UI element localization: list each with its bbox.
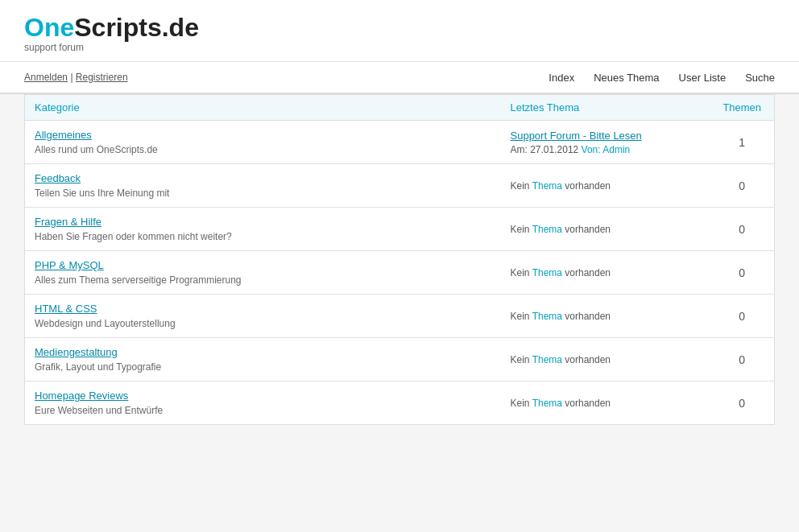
category-link-mediengestaltung[interactable]: Mediengestaltung: [35, 346, 491, 358]
nav-neues-thema[interactable]: Neues Thema: [594, 72, 659, 84]
latest-topic-cell-feedback: Kein Thema vorhanden: [501, 164, 710, 208]
navbar: Anmelden | Registrieren Index Neues Them…: [0, 62, 799, 94]
kein-thema-php-mysql: Kein Thema vorhanden: [511, 267, 611, 278]
logo-subtitle: support forum: [24, 42, 775, 53]
col-header-kategorie: Kategorie: [25, 95, 501, 121]
forum-table: Kategorie Letztes Thema Themen Allgemein…: [24, 94, 775, 425]
kein-thema-homepage-reviews: Kein Thema vorhanden: [511, 398, 611, 409]
themen-count-php-mysql: 0: [710, 251, 775, 295]
themen-count-fragen-hilfe: 0: [710, 208, 775, 251]
category-desc-html-css: Webdesign und Layouterstellung: [35, 318, 176, 329]
latest-topic-cell-homepage-reviews: Kein Thema vorhanden: [501, 381, 710, 425]
table-row: AllgemeinesAlles rund um OneScripts.deSu…: [25, 121, 775, 164]
themen-count-homepage-reviews: 0: [710, 381, 775, 425]
table-row: Fragen & HilfeHaben Sie Fragen oder komm…: [25, 208, 775, 251]
table-row: FeedbackTeilen Sie uns Ihre Meinung mitK…: [25, 164, 775, 208]
latest-topic-cell-allgemeines: Support Forum - Bitte LesenAm: 27.01.201…: [501, 121, 710, 164]
kein-thema-mediengestaltung: Kein Thema vorhanden: [511, 354, 611, 365]
themen-count-mediengestaltung: 0: [710, 338, 775, 381]
category-cell-allgemeines: AllgemeinesAlles rund um OneScripts.de: [25, 121, 501, 164]
col-header-letztes: Letztes Thema: [501, 95, 710, 121]
category-link-feedback[interactable]: Feedback: [35, 172, 491, 184]
nav-user-liste[interactable]: User Liste: [679, 72, 727, 84]
navbar-left: Anmelden | Registrieren: [24, 72, 128, 83]
themen-count-feedback: 0: [710, 164, 775, 208]
category-cell-html-css: HTML & CSSWebdesign und Layouterstellung: [25, 295, 501, 338]
latest-topic-cell-html-css: Kein Thema vorhanden: [501, 295, 710, 338]
category-link-php-mysql[interactable]: PHP & MySQL: [35, 259, 491, 271]
category-desc-feedback: Teilen Sie uns Ihre Meinung mit: [35, 188, 169, 199]
latest-topic-cell-fragen-hilfe: Kein Thema vorhanden: [501, 208, 710, 251]
table-row: HTML & CSSWebdesign und Layouterstellung…: [25, 295, 775, 338]
table-row: PHP & MySQLAlles zum Thema serverseitige…: [25, 251, 775, 295]
register-link[interactable]: Registrieren: [76, 72, 128, 83]
logo: OneScripts.de: [24, 14, 775, 40]
themen-count-allgemeines: 1: [710, 121, 775, 164]
latest-topic-link-allgemeines[interactable]: Support Forum - Bitte Lesen: [511, 130, 642, 142]
category-link-allgemeines[interactable]: Allgemeines: [35, 129, 491, 141]
latest-topic-meta-allgemeines: Am: 27.01.2012 Von: Admin: [511, 144, 701, 155]
themen-count-html-css: 0: [710, 295, 775, 338]
category-cell-php-mysql: PHP & MySQLAlles zum Thema serverseitige…: [25, 251, 501, 295]
category-desc-allgemeines: Alles rund um OneScripts.de: [35, 144, 158, 155]
category-desc-mediengestaltung: Grafik, Layout und Typografie: [35, 361, 161, 373]
logo-one: One: [24, 13, 74, 42]
kein-thema-html-css: Kein Thema vorhanden: [511, 311, 611, 322]
table-header-row: Kategorie Letztes Thema Themen: [25, 95, 775, 121]
category-cell-fragen-hilfe: Fragen & HilfeHaben Sie Fragen oder komm…: [25, 208, 501, 251]
nav-suche[interactable]: Suche: [745, 72, 775, 84]
category-cell-feedback: FeedbackTeilen Sie uns Ihre Meinung mit: [25, 164, 501, 208]
col-header-themen: Themen: [710, 95, 775, 121]
table-row: Homepage ReviewsEure Webseiten und Entwü…: [25, 381, 775, 425]
category-cell-mediengestaltung: MediengestaltungGrafik, Layout und Typog…: [25, 338, 501, 381]
latest-topic-cell-mediengestaltung: Kein Thema vorhanden: [501, 338, 710, 381]
category-cell-homepage-reviews: Homepage ReviewsEure Webseiten und Entwü…: [25, 381, 501, 425]
category-link-homepage-reviews[interactable]: Homepage Reviews: [35, 390, 491, 402]
category-desc-fragen-hilfe: Haben Sie Fragen oder kommen nicht weite…: [35, 231, 232, 242]
category-link-html-css[interactable]: HTML & CSS: [35, 303, 491, 315]
latest-topic-cell-php-mysql: Kein Thema vorhanden: [501, 251, 710, 295]
separator: |: [70, 72, 72, 83]
navbar-right: Index Neues Thema User Liste Suche: [549, 72, 775, 84]
main-content: Kategorie Letztes Thema Themen Allgemein…: [0, 94, 799, 441]
category-link-fragen-hilfe[interactable]: Fragen & Hilfe: [35, 216, 491, 228]
page-wrapper: OneScripts.de support forum Anmelden | R…: [0, 0, 799, 532]
header: OneScripts.de support forum: [0, 0, 799, 62]
kein-thema-fragen-hilfe: Kein Thema vorhanden: [511, 224, 611, 235]
nav-index[interactable]: Index: [549, 72, 574, 84]
logo-scripts: Scripts.de: [74, 13, 199, 42]
category-desc-php-mysql: Alles zum Thema serverseitige Programmie…: [35, 274, 242, 286]
kein-thema-feedback: Kein Thema vorhanden: [511, 180, 611, 192]
login-link[interactable]: Anmelden: [24, 72, 68, 83]
category-desc-homepage-reviews: Eure Webseiten und Entwürfe: [35, 405, 163, 416]
table-row: MediengestaltungGrafik, Layout und Typog…: [25, 338, 775, 381]
